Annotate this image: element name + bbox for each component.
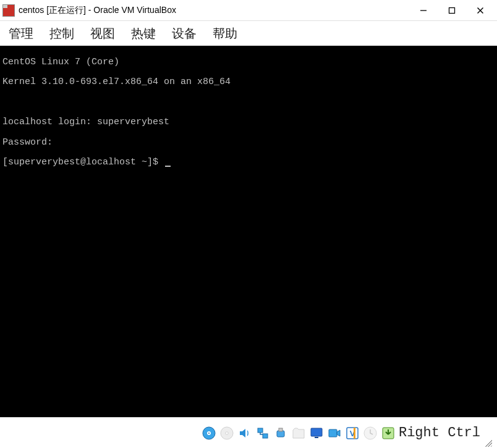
menu-manage[interactable]: 管理 [6, 24, 36, 43]
svg-rect-18 [354, 428, 355, 439]
svg-rect-13 [311, 428, 322, 436]
terminal-cursor [165, 166, 171, 167]
menu-view[interactable]: 视图 [88, 24, 117, 43]
menubar: 管理 控制 视图 热键 设备 帮助 [0, 21, 497, 46]
display-icon[interactable] [308, 425, 325, 442]
svg-point-6 [208, 433, 210, 434]
window-title: centos [正在运行] - Oracle VM VirtualBox [19, 5, 409, 16]
terminal-prompt-line: [superverybest@localhost ~]$ [2, 158, 495, 167]
optical-disc-icon[interactable] [218, 425, 236, 442]
minimize-icon [420, 7, 427, 14]
svg-rect-12 [279, 428, 282, 431]
menu-devices[interactable]: 设备 [169, 24, 199, 43]
keyboard-capture-icon[interactable] [380, 425, 397, 442]
maximize-button[interactable] [438, 1, 466, 20]
host-key-label: Right Ctrl [399, 425, 480, 441]
svg-point-8 [226, 431, 228, 434]
guest-additions-icon[interactable]: V [344, 425, 361, 442]
terminal-line: Kernel 3.10.0-693.el7.x86_64 on an x86_6… [2, 77, 495, 87]
virtualbox-app-icon [2, 4, 15, 17]
svg-rect-10 [263, 434, 268, 438]
resize-grip[interactable] [483, 438, 492, 447]
maximize-icon [448, 7, 456, 14]
window-controls [409, 1, 495, 20]
svg-rect-14 [315, 437, 318, 438]
menu-hotkeys[interactable]: 热键 [129, 24, 158, 43]
svg-rect-9 [258, 428, 263, 433]
terminal-line: Password: [2, 138, 495, 148]
close-icon [477, 7, 484, 14]
mouse-integration-icon[interactable] [362, 425, 379, 442]
usb-icon[interactable] [272, 425, 289, 442]
statusbar: V Right Ctrl [0, 417, 497, 448]
minimize-button[interactable] [409, 1, 438, 20]
guest-display-terminal[interactable]: CentOS Linux 7 (Core) Kernel 3.10.0-693.… [0, 46, 497, 417]
shared-folder-icon[interactable] [290, 425, 307, 442]
menu-control[interactable]: 控制 [47, 24, 77, 43]
status-icons-group: V [200, 425, 397, 442]
terminal-line: localhost login: superverybest [2, 117, 495, 127]
menu-help[interactable]: 帮助 [210, 24, 240, 43]
window-titlebar: centos [正在运行] - Oracle VM VirtualBox [0, 0, 497, 21]
terminal-line [2, 98, 495, 108]
svg-rect-15 [329, 429, 337, 437]
recording-icon[interactable] [326, 425, 343, 442]
terminal-line: CentOS Linux 7 (Core) [2, 57, 495, 67]
close-button[interactable] [466, 1, 495, 20]
audio-icon[interactable] [236, 425, 253, 442]
network-icon[interactable] [254, 425, 271, 442]
hard-disk-icon[interactable] [200, 425, 218, 442]
svg-rect-1 [449, 7, 455, 13]
